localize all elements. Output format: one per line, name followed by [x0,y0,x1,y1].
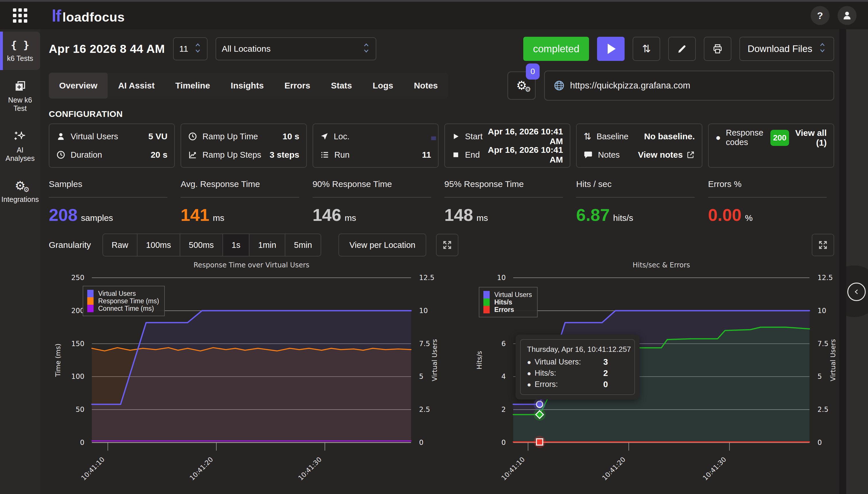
svg-text:0: 0 [419,439,423,446]
hits-errors-chart[interactable]: Hits/sec & Errors0022.54567.58101012.5Hi… [470,259,843,490]
config-card-start-end: Start Apr 16, 2026 10:41 AM End Apr 16, … [444,124,570,168]
svg-text:Time (ms): Time (ms) [54,343,62,377]
legend-item: Response Time (ms) [87,297,159,305]
tab-overview[interactable]: Overview [49,73,107,98]
metric-value: 6.87 [576,205,610,225]
topbar: lf loadfocus ? [0,2,868,29]
start-value: Apr 16, 2026 10:41 AM [482,127,563,146]
metric-value: 141 [180,205,209,225]
person-icon [56,132,65,141]
clock-icon [188,132,197,141]
tab-stats[interactable]: Stats [321,73,362,98]
chevron-left-icon [852,287,862,297]
metric-value: 208 [49,205,78,225]
view-per-location-button[interactable]: View per Location [338,233,426,256]
sidebar-item-label: New k6 Test [2,96,38,113]
metric-value: 148 [444,205,473,225]
svg-text:2: 2 [501,405,506,414]
tab-insights[interactable]: Insights [220,73,274,98]
granularity-1s[interactable]: 1s [222,234,249,256]
help-button[interactable]: ? [811,6,830,25]
sidebar-item-ai-analyses[interactable]: AI Analyses [0,122,40,170]
new-test-icon [14,80,26,93]
svg-text:2.5: 2.5 [419,405,430,414]
granularity-5min[interactable]: 5min [285,234,321,256]
virtual-users-value: 5 VU [149,132,167,141]
test-settings-button[interactable]: ⚙⚙ 0 [508,72,536,100]
svg-text:50: 50 [76,405,84,414]
sidebar-item-new-k6-test[interactable]: New k6 Test [0,72,40,120]
svg-text:10: 10 [497,274,506,282]
svg-text:10:41:10: 10:41:10 [80,456,106,482]
view-all-link[interactable]: View all (1) [794,128,827,148]
expand-left-chart-button[interactable] [436,234,458,256]
svg-text:5: 5 [419,373,423,381]
granularity-raw[interactable]: Raw [103,234,137,256]
sidebar-item-label: k6 Tests [7,54,33,63]
chart-legend: Virtual UsersHits/sErrors [479,287,538,317]
view-notes-link[interactable]: View notes [638,150,695,160]
baseline-value: No baseline. [644,132,695,141]
svg-text:2.5: 2.5 [817,405,828,414]
loadfocus-logo[interactable]: lf loadfocus [52,6,124,25]
run-number-select[interactable]: 11 [173,37,208,60]
main-content: Apr 16 2026 8 44 AM 11 All Locations com… [40,29,839,494]
printer-icon [712,43,723,54]
charts-row: Response Time over Virtual Users00502.51… [49,259,834,490]
user-avatar-button[interactable] [837,6,856,25]
granularity-1min[interactable]: 1min [249,234,285,256]
legend-item: Virtual Users [87,290,159,297]
download-files-button[interactable]: Download Files [739,37,834,61]
logo-mark: lf [52,6,61,25]
sidebar-item-integrations[interactable]: ⚙⚙ Integrations [0,172,40,211]
pencil-icon [676,43,688,54]
legend-item: Errors [484,306,532,314]
scrollbar-track[interactable] [839,29,846,494]
svg-text:10:41:10: 10:41:10 [500,456,526,482]
end-stop-icon [452,151,460,159]
svg-text:10:41:20: 10:41:20 [188,456,214,482]
print-button[interactable] [704,37,731,61]
granularity-500ms[interactable]: 500ms [180,234,222,256]
collapse-panel-button[interactable] [847,283,866,301]
tab-notes[interactable]: Notes [403,73,448,98]
svg-text:4: 4 [501,373,506,381]
chart-legend: Virtual UsersResponse Time (ms)Connect T… [83,286,165,316]
target-url-field[interactable]: https://quickpizza.grafana.com [544,71,834,100]
metric-hits-per-sec: Hits / sec 6.87hits/s [576,179,702,225]
metric-95th-response: 95% Response Time 148ms [444,179,570,225]
ramp-steps-value: 3 steps [270,150,299,160]
svg-text:0: 0 [501,439,506,446]
sidebar-item-k6-tests[interactable]: { } k6 Tests [0,32,40,70]
tab-logs[interactable]: Logs [362,73,403,98]
svg-text:10:41:30: 10:41:30 [297,456,323,482]
svg-text:5: 5 [817,373,822,381]
svg-text:100: 100 [71,373,84,381]
tooltip-row: ● Errors: 0 [527,380,628,389]
edit-button[interactable] [668,37,696,61]
tab-timeline[interactable]: Timeline [165,73,220,98]
settings-badge: 0 [526,63,540,79]
config-card-location-run: Loc. Run 11 [313,124,439,168]
config-card-users-duration: Virtual Users 5 VU Duration 20 s [49,124,175,168]
expand-icon [442,240,452,250]
compare-button[interactable]: ⇅ [633,37,660,61]
sidebar: { } k6 Tests New k6 Test AI Analyses ⚙⚙ … [0,29,40,494]
expand-icon [818,240,828,250]
response-time-chart[interactable]: Response Time over Virtual Users00502.51… [49,259,445,490]
tab-ai-assist[interactable]: AI Assist [107,73,165,98]
legend-item: Connect Time (ms) [87,305,159,312]
svg-text:0: 0 [80,439,84,446]
tab-bar: Overview AI Assist Timeline Insights Err… [49,73,448,98]
svg-text:Hits/s: Hits/s [476,351,483,369]
config-card-baseline-notes: ⇅ Baseline No baseline. Notes View notes [576,124,702,168]
window-top-strip [0,0,868,2]
run-test-button[interactable] [597,37,625,61]
baseline-compare-icon: ⇅ [584,131,591,142]
tab-errors[interactable]: Errors [274,73,321,98]
granularity-100ms[interactable]: 100ms [137,234,180,256]
apps-menu-button[interactable] [0,8,40,23]
expand-right-chart-button[interactable] [812,234,834,256]
ai-sparkle-icon [14,130,26,142]
location-select[interactable]: All Locations [216,37,376,60]
